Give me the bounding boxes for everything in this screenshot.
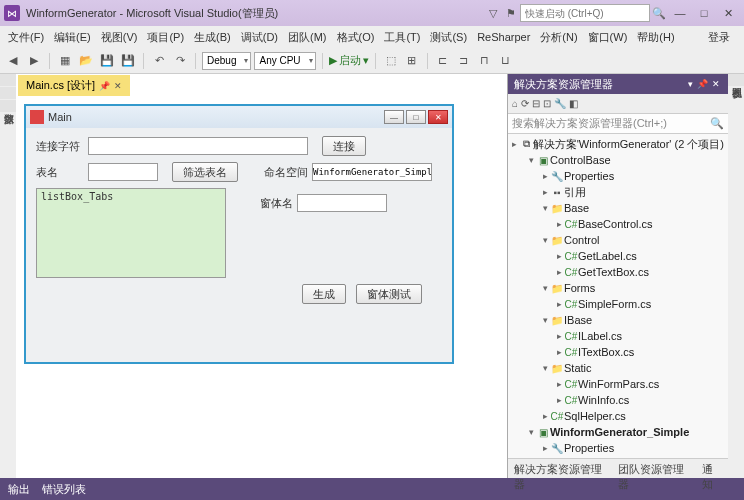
config-combo[interactable]: Debug xyxy=(202,52,251,70)
save-icon[interactable]: 💾 xyxy=(98,52,116,70)
menu-view[interactable]: 视图(V) xyxy=(97,28,142,47)
filter-button[interactable]: 筛选表名 xyxy=(172,162,238,182)
expand-icon[interactable]: ▸ xyxy=(554,219,564,229)
tree-item[interactable]: ▾📁Forms xyxy=(508,280,728,296)
conn-input[interactable] xyxy=(88,137,308,155)
pin-icon[interactable]: 📌 xyxy=(99,81,110,91)
tree-item[interactable]: ▸C#SqlHelper.cs xyxy=(508,408,728,424)
preview-icon[interactable]: ◧ xyxy=(569,98,578,109)
expand-icon[interactable]: ▾ xyxy=(540,235,550,245)
menu-edit[interactable]: 编辑(E) xyxy=(50,28,95,47)
home-icon[interactable]: ⌂ xyxy=(512,98,518,109)
tables-listbox[interactable]: listBox_Tabs xyxy=(36,188,226,278)
quick-launch-input[interactable] xyxy=(520,4,650,22)
redo-icon[interactable]: ↷ xyxy=(171,52,189,70)
expand-icon[interactable]: ▸ xyxy=(540,411,550,421)
menu-test[interactable]: 测试(S) xyxy=(426,28,471,47)
tree-item[interactable]: ▸C#BaseControl.cs xyxy=(508,216,728,232)
showall-icon[interactable]: ⊡ xyxy=(543,98,551,109)
login-link[interactable]: 登录 xyxy=(704,28,740,47)
tree-item[interactable]: ▸C#ILabel.cs xyxy=(508,328,728,344)
tree-item[interactable]: ▾📁IBase xyxy=(508,312,728,328)
expand-icon[interactable]: ▾ xyxy=(540,203,550,213)
tree-item[interactable]: ▸C#GetLabel.cs xyxy=(508,248,728,264)
table-input[interactable] xyxy=(88,163,158,181)
close-button[interactable]: ✕ xyxy=(716,5,740,22)
tree-item[interactable]: ▾▣WinformGenerator_Simple xyxy=(508,424,728,440)
tab-notifications[interactable]: 通知 xyxy=(696,459,728,478)
expand-icon[interactable]: ▸ xyxy=(554,299,564,309)
tree-item[interactable]: ▾📁Control xyxy=(508,232,728,248)
status-output[interactable]: 输出 xyxy=(8,482,30,497)
refresh-icon[interactable]: ⟳ xyxy=(521,98,529,109)
generate-button[interactable]: 生成 xyxy=(302,284,346,304)
tab-sln-explorer[interactable]: 解决方案资源管理器 xyxy=(508,459,612,478)
tool-icon[interactable]: ⊞ xyxy=(403,52,421,70)
expand-icon[interactable]: ▸ xyxy=(554,267,564,277)
nav-back-icon[interactable]: ◀ xyxy=(4,52,22,70)
menu-debug[interactable]: 调试(D) xyxy=(237,28,282,47)
expand-icon[interactable]: ▸ xyxy=(554,251,564,261)
expand-icon[interactable]: ▾ xyxy=(526,427,536,437)
dropdown-icon[interactable]: ▾ xyxy=(686,79,695,89)
tree-item[interactable]: ▸C#SimpleForm.cs xyxy=(508,296,728,312)
close-icon[interactable]: ✕ xyxy=(114,81,122,91)
tool-icon[interactable]: ⬚ xyxy=(382,52,400,70)
expand-icon[interactable]: ▾ xyxy=(526,155,536,165)
align-icon[interactable]: ⊔ xyxy=(497,52,515,70)
maximize-button[interactable]: □ xyxy=(692,5,716,21)
expand-icon[interactable]: ▸ xyxy=(510,139,519,149)
collapse-icon[interactable]: ⊟ xyxy=(532,98,540,109)
form-max-button[interactable]: □ xyxy=(406,110,426,124)
align-icon[interactable]: ⊐ xyxy=(455,52,473,70)
tree-item[interactable]: ▸▪▪引用 xyxy=(508,184,728,200)
tree-item[interactable]: ▾📁Static xyxy=(508,360,728,376)
solution-tree[interactable]: ▸ ⧉ 解决方案'WinformGenerator' (2 个项目) ▾▣Con… xyxy=(508,134,728,458)
menu-file[interactable]: 文件(F) xyxy=(4,28,48,47)
connect-button[interactable]: 连接 xyxy=(322,136,366,156)
tab-team-explorer[interactable]: 团队资源管理器 xyxy=(612,459,696,478)
tab-datasources[interactable]: 数据源 xyxy=(0,100,16,112)
menu-build[interactable]: 生成(B) xyxy=(190,28,235,47)
saveall-icon[interactable]: 💾 xyxy=(119,52,137,70)
expand-icon[interactable]: ▾ xyxy=(540,315,550,325)
pin-icon[interactable]: 📌 xyxy=(695,79,710,89)
undo-icon[interactable]: ↶ xyxy=(150,52,168,70)
ns-input[interactable] xyxy=(312,163,432,181)
tree-item[interactable]: ▾▣ControlBase xyxy=(508,152,728,168)
form-min-button[interactable]: — xyxy=(384,110,404,124)
form-close-button[interactable]: ✕ xyxy=(428,110,448,124)
formname-input[interactable] xyxy=(297,194,387,212)
test-button[interactable]: 窗体测试 xyxy=(356,284,422,304)
align-icon[interactable]: ⊓ xyxy=(476,52,494,70)
expand-icon[interactable]: ▸ xyxy=(540,443,550,453)
menu-analyze[interactable]: 分析(N) xyxy=(536,28,581,47)
flag-icon[interactable]: ⚑ xyxy=(502,5,520,22)
doc-tab-main[interactable]: Main.cs [设计] 📌 ✕ xyxy=(18,75,130,96)
expand-icon[interactable]: ▸ xyxy=(540,187,550,197)
form-designer-window[interactable]: Main — □ ✕ 连接字符 连接 表名 xyxy=(24,104,454,364)
search-icon[interactable]: 🔍 xyxy=(650,5,668,22)
tree-item[interactable]: ▸🔧Properties xyxy=(508,168,728,184)
menu-help[interactable]: 帮助(H) xyxy=(633,28,678,47)
expand-icon[interactable]: ▸ xyxy=(554,347,564,357)
dropdown-icon[interactable]: ▽ xyxy=(484,5,502,22)
expand-icon[interactable]: ▾ xyxy=(540,283,550,293)
tree-item[interactable]: ▸C#ITextBox.cs xyxy=(508,344,728,360)
menu-team[interactable]: 团队(M) xyxy=(284,28,331,47)
platform-combo[interactable]: Any CPU xyxy=(254,52,315,70)
properties-icon[interactable]: 🔧 xyxy=(554,98,566,109)
menu-resharper[interactable]: ReSharper xyxy=(473,29,534,45)
close-icon[interactable]: ✕ xyxy=(710,79,722,89)
status-errors[interactable]: 错误列表 xyxy=(42,482,86,497)
menu-project[interactable]: 项目(P) xyxy=(143,28,188,47)
tree-item[interactable]: ▸🔧Properties xyxy=(508,440,728,456)
start-button[interactable]: ▶ 启动 ▾ xyxy=(329,53,369,68)
minimize-button[interactable]: — xyxy=(668,5,692,21)
solution-root[interactable]: 解决方案'WinformGenerator' (2 个项目) xyxy=(533,137,724,152)
menu-window[interactable]: 窗口(W) xyxy=(584,28,632,47)
expand-icon[interactable]: ▾ xyxy=(540,363,550,373)
menu-tools[interactable]: 工具(T) xyxy=(380,28,424,47)
open-icon[interactable]: 📂 xyxy=(77,52,95,70)
expand-icon[interactable]: ▸ xyxy=(540,171,550,181)
